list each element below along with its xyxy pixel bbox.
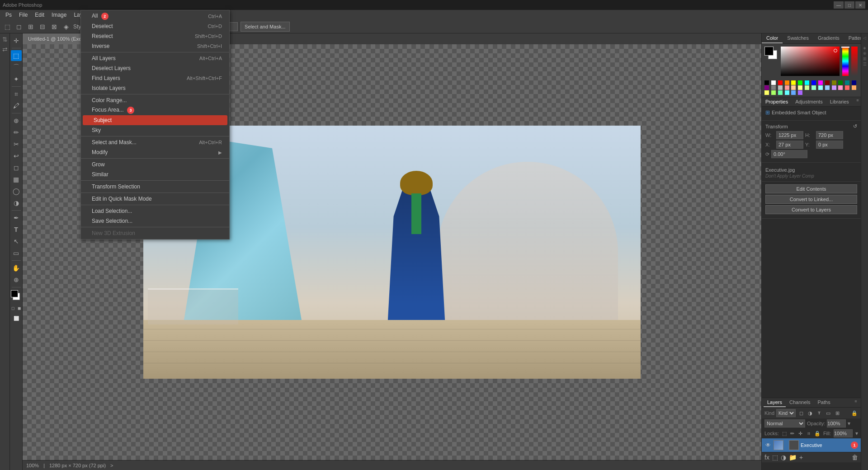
hue-slider[interactable] <box>842 47 849 76</box>
tab-properties[interactable]: Properties <box>762 97 792 106</box>
gradient-tool[interactable]: ▦ <box>11 174 22 185</box>
blur-tool[interactable]: ◯ <box>11 186 22 197</box>
fill-input[interactable] <box>834 429 853 437</box>
menu-item-color-range[interactable]: Color Range... <box>81 95 229 105</box>
nrs-icon-2[interactable]: ⊕ <box>862 51 868 56</box>
eraser-tool[interactable]: ◻ <box>11 162 22 173</box>
color-swatch[interactable] <box>791 85 796 90</box>
menu-item-deselect[interactable]: Deselect Ctrl+D <box>81 21 229 31</box>
menu-item-similar[interactable]: Similar <box>81 169 229 179</box>
quick-mask-btn[interactable]: ◼ <box>17 306 22 311</box>
tab-libraries[interactable]: Libraries <box>826 97 853 106</box>
menu-item-all-layers[interactable]: All Layers Alt+Ctrl+A <box>81 53 229 63</box>
blend-mode-select[interactable]: Normal Dissolve Multiply Screen <box>764 419 805 428</box>
color-swatch[interactable] <box>832 85 836 90</box>
fg-swatch[interactable] <box>764 47 774 56</box>
convert-to-layers-button[interactable]: Convert to Layers <box>765 205 857 214</box>
color-swatch[interactable] <box>778 80 783 85</box>
color-swatch[interactable] <box>764 85 769 90</box>
menu-item-transform-selection[interactable]: Transform Selection <box>81 182 229 192</box>
fill-arrow[interactable]: ▾ <box>855 430 858 437</box>
transparency-slider[interactable] <box>851 47 858 76</box>
shape-tool[interactable]: ▭ <box>11 248 22 258</box>
color-swatch[interactable] <box>764 80 769 85</box>
color-swatch[interactable] <box>791 90 796 95</box>
color-swatch[interactable] <box>852 85 856 90</box>
screen-mode-btn[interactable]: ⬜ <box>11 313 22 324</box>
color-swatch[interactable] <box>785 90 789 95</box>
menu-item-sky[interactable]: Sky <box>81 125 229 135</box>
convert-to-linked-button[interactable]: Convert to Linked... <box>765 195 857 204</box>
rectangular-marquee-tool[interactable]: ⬚ <box>11 50 22 61</box>
delete-layer-icon[interactable]: 🗑 <box>852 454 858 461</box>
history-brush-tool[interactable]: ↩ <box>11 150 22 161</box>
add-mask-icon[interactable]: ⬚ <box>772 454 778 461</box>
menu-item-subject[interactable]: Subject <box>83 115 227 125</box>
menu-item-focus-area[interactable]: Focus Area... 3 <box>81 105 229 115</box>
dodge-tool[interactable]: ◑ <box>11 197 22 208</box>
color-swatch[interactable] <box>771 85 776 90</box>
pen-tool[interactable]: ✒ <box>11 212 22 223</box>
standard-mode-btn[interactable]: ◻ <box>10 306 16 311</box>
lock-transparent-icon[interactable]: ⬚ <box>782 430 787 437</box>
clone-stamp-tool[interactable]: ✂ <box>11 139 22 150</box>
color-swatch[interactable] <box>778 85 783 90</box>
color-swatch[interactable] <box>764 90 769 95</box>
lasso-tool[interactable]: ⌒ <box>11 62 22 73</box>
select-and-mask-button[interactable]: Select and Mask... <box>241 22 290 32</box>
tab-layers[interactable]: Layers <box>764 398 786 407</box>
menu-item-save-selection[interactable]: Save Selection... <box>81 216 229 226</box>
menu-item-inverse[interactable]: Inverse Shift+Ctrl+I <box>81 41 229 51</box>
tab-gradients[interactable]: Gradients <box>813 33 844 43</box>
healing-brush-tool[interactable]: ⊕ <box>11 115 22 126</box>
width-field[interactable] <box>776 131 803 139</box>
layer-kind-select[interactable]: Kind <box>776 409 796 417</box>
tab-swatches[interactable]: Swatches <box>783 33 813 43</box>
color-swatch[interactable] <box>798 90 802 95</box>
lock-all-icon[interactable]: 🔒 <box>814 430 821 437</box>
lock-artboard-icon[interactable]: ⌗ <box>806 430 811 437</box>
intersect-selection-icon[interactable]: ⊠ <box>50 22 59 31</box>
nrs-icon-4[interactable]: ☰ <box>862 61 868 67</box>
crop-tool[interactable]: ⌗ <box>11 89 22 99</box>
menu-item-select-mask[interactable]: Select and Mask... Alt+Ctrl+R <box>81 137 229 147</box>
color-swatch[interactable] <box>825 85 830 90</box>
zoom-tool[interactable]: ⊕ <box>11 274 22 285</box>
tab-adjustments[interactable]: Adjustments <box>792 97 826 106</box>
menu-item-isolate-layers[interactable]: Isolate Layers <box>81 83 229 93</box>
layer-visibility-icon[interactable]: 👁 <box>764 442 772 449</box>
create-layer-icon[interactable]: + <box>799 454 803 461</box>
color-swatch[interactable] <box>838 85 843 90</box>
create-adjustment-icon[interactable]: ◑ <box>781 454 786 461</box>
color-swatch[interactable] <box>818 85 823 90</box>
color-swatch[interactable] <box>798 80 802 85</box>
rotation-field[interactable] <box>771 150 807 158</box>
color-swatch[interactable] <box>798 85 802 90</box>
props-collapse[interactable]: ≡ <box>854 97 861 103</box>
menu-ps[interactable]: Ps <box>2 10 15 20</box>
tab-color[interactable]: Color <box>762 33 783 43</box>
color-swatch[interactable] <box>805 85 809 90</box>
maximize-button[interactable]: □ <box>844 1 854 9</box>
color-swatch[interactable] <box>845 85 849 90</box>
color-swatch[interactable] <box>832 80 836 85</box>
minimize-button[interactable]: — <box>834 1 844 9</box>
height-field[interactable] <box>816 131 843 139</box>
lock-filter-icon[interactable]: 🔒 <box>851 409 858 417</box>
tab-paths[interactable]: Paths <box>814 398 834 407</box>
move-tool[interactable]: ✛ <box>11 35 22 46</box>
menu-file[interactable]: File <box>15 10 31 20</box>
edit-contents-button[interactable]: Edit Contents <box>765 184 857 193</box>
color-gradient-picker[interactable] <box>781 47 840 76</box>
color-swatch[interactable] <box>778 90 783 95</box>
color-swatch[interactable] <box>811 80 816 85</box>
opacity-input[interactable] <box>827 419 846 428</box>
menu-item-grow[interactable]: Grow <box>81 160 229 169</box>
menu-image[interactable]: Image <box>48 10 70 20</box>
adjustment-layer-icon[interactable]: ◑ <box>807 409 814 417</box>
color-swatch[interactable] <box>785 85 789 90</box>
type-layer-icon[interactable]: T <box>816 409 823 417</box>
y-field[interactable] <box>816 141 843 149</box>
lock-pixels-icon[interactable]: ✏ <box>790 430 795 437</box>
add-selection-icon[interactable]: ⊞ <box>26 22 35 31</box>
